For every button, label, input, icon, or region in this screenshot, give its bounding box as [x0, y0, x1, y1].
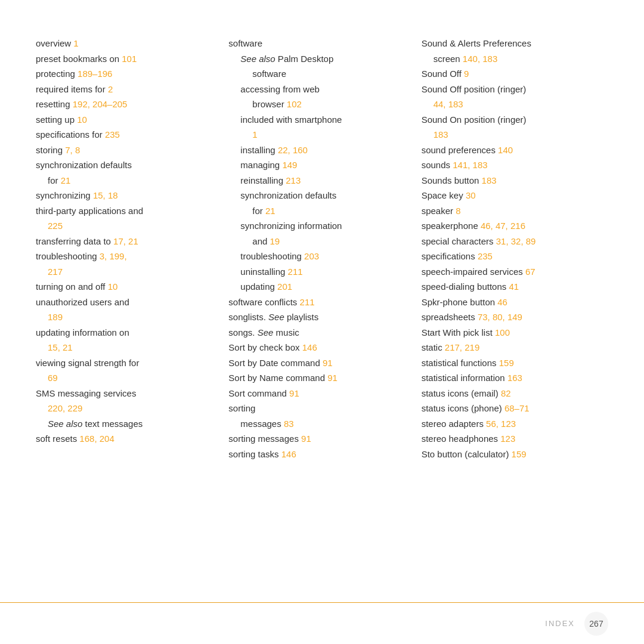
- list-item: 189: [36, 309, 216, 325]
- list-item: browser 102: [228, 97, 409, 112]
- list-item: spreadsheets 73, 80, 149: [422, 309, 602, 325]
- list-item: Space key 30: [422, 188, 602, 203]
- list-item: sound preferences 140: [422, 143, 602, 158]
- list-item: updating 201: [228, 279, 409, 295]
- list-item: songs. See music: [228, 325, 409, 340]
- list-item: special characters 31, 32, 89: [422, 234, 602, 249]
- list-item: setting up 10: [36, 112, 216, 128]
- list-item: songlists. See playlists: [228, 309, 409, 325]
- list-item: troubleshooting 203: [228, 249, 409, 264]
- list-item: required items for 2: [36, 82, 216, 97]
- list-item: software: [228, 36, 409, 51]
- list-item: installing 22, 160: [228, 143, 409, 158]
- list-item: sorting tasks 146: [228, 447, 409, 462]
- list-item: accessing from web: [228, 82, 409, 97]
- list-item: static 217, 219: [422, 340, 602, 355]
- list-item: and 19: [228, 234, 409, 249]
- list-item: status icons (email) 82: [422, 386, 602, 401]
- list-item: SMS messaging services: [36, 386, 216, 401]
- list-item: 183: [422, 127, 602, 143]
- list-item: statistical information 163: [422, 370, 602, 386]
- list-item: Sound On position (ringer): [422, 112, 602, 128]
- list-item: status icons (phone) 68–71: [422, 401, 602, 416]
- page-footer: INDEX 267: [0, 602, 644, 644]
- list-item: 225: [36, 218, 216, 234]
- index-column-col2: softwareSee also Palm Desktopsoftwareacc…: [222, 36, 415, 525]
- list-item: 217: [36, 264, 216, 280]
- list-item: statistical functions 159: [422, 355, 602, 371]
- list-item: See also Palm Desktop: [228, 51, 409, 67]
- list-item: messages 83: [228, 416, 409, 432]
- list-item: speech-impaired services 67: [422, 264, 602, 280]
- list-item: turning on and off 10: [36, 279, 216, 295]
- list-item: reinstalling 213: [228, 173, 409, 188]
- list-item: synchronization defaults: [228, 188, 409, 203]
- index-column-col1: overview 1preset bookmarks on 101protect…: [36, 36, 222, 525]
- list-item: 69: [36, 370, 216, 386]
- list-item: protecting 189–196: [36, 66, 216, 82]
- list-item: for 21: [36, 173, 216, 188]
- list-item: Sound Off position (ringer): [422, 82, 602, 97]
- list-item: software conflicts 211: [228, 295, 409, 310]
- list-item: Sort by check box 146: [228, 340, 409, 355]
- list-item: stereo headphones 123: [422, 431, 602, 447]
- page-content: overview 1preset bookmarks on 101protect…: [0, 0, 644, 572]
- list-item: Sounds button 183: [422, 173, 602, 188]
- list-item: speaker 8: [422, 203, 602, 219]
- list-item: Spkr-phone button 46: [422, 295, 602, 310]
- list-item: updating information on: [36, 325, 216, 340]
- index-column-col3: Sound & Alerts Preferencesscreen 140, 18…: [416, 36, 608, 525]
- list-item: uninstalling 211: [228, 264, 409, 280]
- page-number: 267: [584, 612, 608, 636]
- list-item: viewing signal strength for: [36, 355, 216, 371]
- list-item: Sort by Date command 91: [228, 355, 409, 371]
- list-item: for 21: [228, 203, 409, 219]
- index-label: INDEX: [545, 619, 575, 628]
- list-item: Start With pick list 100: [422, 325, 602, 340]
- list-item: overview 1: [36, 36, 216, 51]
- list-item: specifications 235: [422, 249, 602, 264]
- list-item: managing 149: [228, 157, 409, 173]
- list-item: specifications for 235: [36, 127, 216, 143]
- list-item: 1: [228, 127, 409, 143]
- list-item: preset bookmarks on 101: [36, 51, 216, 67]
- list-item: Sound Off 9: [422, 66, 602, 82]
- list-item: Sort by Name command 91: [228, 370, 409, 386]
- list-item: Sto button (calculator) 159: [422, 447, 602, 462]
- list-item: speakerphone 46, 47, 216: [422, 218, 602, 234]
- list-item: stereo adapters 56, 123: [422, 416, 602, 432]
- list-item: See also text messages: [36, 416, 216, 432]
- list-item: included with smartphone: [228, 112, 409, 128]
- list-item: 44, 183: [422, 97, 602, 112]
- list-item: 15, 21: [36, 340, 216, 355]
- list-item: 220, 229: [36, 401, 216, 416]
- list-item: speed-dialing buttons 41: [422, 279, 602, 295]
- list-item: third-party applications and: [36, 203, 216, 219]
- list-item: Sound & Alerts Preferences: [422, 36, 602, 51]
- list-item: storing 7, 8: [36, 143, 216, 158]
- list-item: sorting: [228, 401, 409, 416]
- list-item: sorting messages 91: [228, 431, 409, 447]
- list-item: transferring data to 17, 21: [36, 234, 216, 249]
- list-item: screen 140, 183: [422, 51, 602, 67]
- list-item: unauthorized users and: [36, 295, 216, 310]
- list-item: Sort command 91: [228, 386, 409, 401]
- list-item: soft resets 168, 204: [36, 431, 216, 447]
- list-item: troubleshooting 3, 199,: [36, 249, 216, 264]
- list-item: synchronizing information: [228, 218, 409, 234]
- list-item: synchronization defaults: [36, 157, 216, 173]
- list-item: sounds 141, 183: [422, 157, 602, 173]
- list-item: resetting 192, 204–205: [36, 97, 216, 112]
- list-item: synchronizing 15, 18: [36, 188, 216, 203]
- list-item: software: [228, 66, 409, 82]
